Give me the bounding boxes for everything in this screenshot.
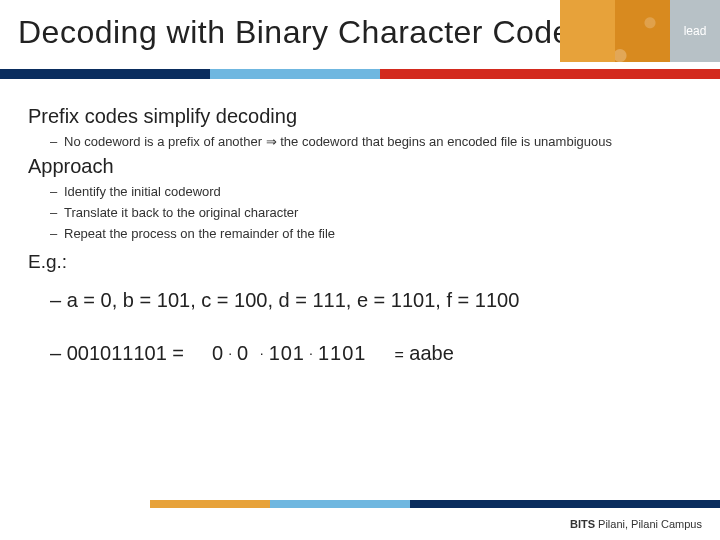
section-heading-approach: Approach — [28, 155, 692, 178]
footer-org: BITS — [570, 518, 595, 530]
codes-text: a = 0, b = 101, c = 100, d = 111, e = 11… — [67, 289, 520, 311]
bullet-text: No codeword is a prefix of another ⇒ the… — [64, 134, 612, 149]
bullet-approach-3: –Repeat the process on the remainder of … — [50, 226, 692, 241]
section-heading-prefix: Prefix codes simplify decoding — [28, 105, 692, 128]
equals-sign: = — [394, 346, 403, 363]
example-label: E.g.: — [28, 251, 692, 273]
header-decoration: lead — [560, 0, 720, 62]
example-codes: – a = 0, b = 101, c = 100, d = 111, e = … — [50, 289, 692, 312]
bullet-approach-1: –Identify the initial codeword — [50, 184, 692, 199]
bullet-text: Repeat the process on the remainder of t… — [64, 226, 335, 241]
footer-campus: Pilani, Pilani Campus — [595, 518, 702, 530]
encoded-value: 001011101 = — [67, 342, 184, 364]
lead-badge: lead — [670, 0, 720, 62]
bullet-text: Translate it back to the original charac… — [64, 205, 298, 220]
bullet-prefix-explain: –No codeword is a prefix of another ⇒ th… — [50, 134, 692, 149]
bullet-text: Identify the initial codeword — [64, 184, 221, 199]
example-decode: – 001011101 = 0·0 ·101·1101 = aabe — [50, 342, 692, 365]
footer-text: BITS Pilani, Pilani Campus — [570, 518, 702, 530]
footer-divider — [150, 500, 720, 508]
title-divider — [0, 69, 720, 79]
content-area: Prefix codes simplify decoding –No codew… — [0, 79, 720, 365]
bullet-approach-2: –Translate it back to the original chara… — [50, 205, 692, 220]
split-codewords: 0·0 ·101·1101 — [212, 342, 366, 365]
decoded-value: aabe — [409, 342, 454, 364]
